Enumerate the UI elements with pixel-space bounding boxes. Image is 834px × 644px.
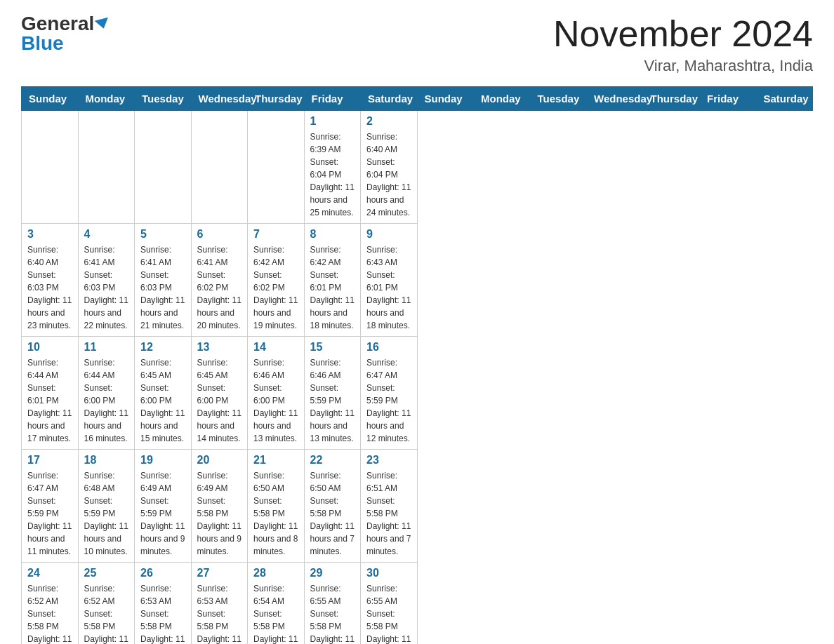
day-number: 19 (140, 454, 185, 467)
day-info: Sunrise: 6:54 AMSunset: 5:58 PMDaylight:… (253, 582, 298, 644)
calendar-cell: 16Sunrise: 6:47 AMSunset: 5:59 PMDayligh… (361, 337, 418, 450)
day-info: Sunrise: 6:52 AMSunset: 5:58 PMDaylight:… (84, 582, 129, 644)
day-number: 3 (27, 228, 72, 241)
day-number: 20 (197, 454, 242, 467)
header-friday: Friday (304, 87, 361, 111)
logo-triangle-icon (95, 18, 111, 31)
calendar-cell: 29Sunrise: 6:55 AMSunset: 5:58 PMDayligh… (304, 563, 361, 644)
header-sunday: Sunday (22, 87, 79, 111)
logo: General Blue (21, 14, 110, 53)
calendar-cell: 10Sunrise: 6:44 AMSunset: 6:01 PMDayligh… (22, 337, 79, 450)
calendar-cell (135, 111, 192, 224)
calendar-cell: 13Sunrise: 6:45 AMSunset: 6:00 PMDayligh… (191, 337, 248, 450)
calendar-cell (22, 111, 79, 224)
day-info: Sunrise: 6:55 AMSunset: 5:58 PMDaylight:… (366, 582, 411, 644)
day-info: Sunrise: 6:46 AMSunset: 6:00 PMDaylight:… (253, 356, 298, 445)
day-info: Sunrise: 6:49 AMSunset: 5:58 PMDaylight:… (197, 469, 242, 558)
calendar-cell: 8Sunrise: 6:42 AMSunset: 6:01 PMDaylight… (304, 224, 361, 337)
calendar-cell (191, 111, 248, 224)
calendar-header-row: SundayMondayTuesdayWednesdayThursdayFrid… (22, 87, 813, 111)
day-info: Sunrise: 6:41 AMSunset: 6:03 PMDaylight:… (140, 243, 185, 332)
day-number: 15 (310, 341, 355, 354)
day-number: 16 (366, 341, 411, 354)
day-info: Sunrise: 6:39 AMSunset: 6:04 PMDaylight:… (310, 130, 355, 219)
day-number: 8 (310, 228, 355, 241)
day-info: Sunrise: 6:47 AMSunset: 5:59 PMDaylight:… (366, 356, 411, 445)
day-info: Sunrise: 6:42 AMSunset: 6:02 PMDaylight:… (253, 243, 298, 332)
day-number: 5 (140, 228, 185, 241)
col-header-thursday: Thursday (643, 87, 700, 111)
calendar-cell: 28Sunrise: 6:54 AMSunset: 5:58 PMDayligh… (248, 563, 305, 644)
calendar-cell: 19Sunrise: 6:49 AMSunset: 5:59 PMDayligh… (135, 450, 192, 563)
col-header-monday: Monday (474, 87, 531, 111)
title-section: November 2024 Virar, Maharashtra, India (553, 14, 813, 75)
logo-general-text: General (21, 14, 94, 34)
day-number: 4 (84, 228, 129, 241)
day-number: 10 (27, 341, 72, 354)
calendar-cell: 18Sunrise: 6:48 AMSunset: 5:59 PMDayligh… (78, 450, 135, 563)
calendar-cell: 14Sunrise: 6:46 AMSunset: 6:00 PMDayligh… (248, 337, 305, 450)
calendar-cell (248, 111, 305, 224)
calendar-cell: 4Sunrise: 6:41 AMSunset: 6:03 PMDaylight… (78, 224, 135, 337)
day-info: Sunrise: 6:53 AMSunset: 5:58 PMDaylight:… (140, 582, 185, 644)
day-number: 30 (366, 567, 411, 579)
calendar-cell: 23Sunrise: 6:51 AMSunset: 5:58 PMDayligh… (361, 450, 418, 563)
calendar-cell: 30Sunrise: 6:55 AMSunset: 5:58 PMDayligh… (361, 563, 418, 644)
page-header: General Blue November 2024 Virar, Mahara… (21, 14, 813, 75)
calendar-cell: 11Sunrise: 6:44 AMSunset: 6:00 PMDayligh… (78, 337, 135, 450)
day-info: Sunrise: 6:52 AMSunset: 5:58 PMDaylight:… (27, 582, 72, 644)
day-info: Sunrise: 6:41 AMSunset: 6:03 PMDaylight:… (84, 243, 129, 332)
calendar-cell: 17Sunrise: 6:47 AMSunset: 5:59 PMDayligh… (22, 450, 79, 563)
day-number: 7 (253, 228, 298, 241)
day-info: Sunrise: 6:40 AMSunset: 6:04 PMDaylight:… (366, 130, 411, 219)
day-number: 9 (366, 228, 411, 241)
day-number: 2 (366, 115, 411, 128)
calendar-week-5: 24Sunrise: 6:52 AMSunset: 5:58 PMDayligh… (22, 563, 813, 644)
month-title: November 2024 (553, 14, 813, 54)
day-number: 12 (140, 341, 185, 354)
day-number: 18 (84, 454, 129, 467)
day-number: 11 (84, 341, 129, 354)
calendar-cell: 5Sunrise: 6:41 AMSunset: 6:03 PMDaylight… (135, 224, 192, 337)
day-info: Sunrise: 6:51 AMSunset: 5:58 PMDaylight:… (366, 469, 411, 558)
col-header-friday: Friday (700, 87, 757, 111)
day-number: 22 (310, 454, 355, 467)
calendar-cell: 25Sunrise: 6:52 AMSunset: 5:58 PMDayligh… (78, 563, 135, 644)
logo-blue-text: Blue (21, 34, 64, 53)
calendar-week-3: 10Sunrise: 6:44 AMSunset: 6:01 PMDayligh… (22, 337, 813, 450)
calendar-cell: 21Sunrise: 6:50 AMSunset: 5:58 PMDayligh… (248, 450, 305, 563)
calendar-cell: 9Sunrise: 6:43 AMSunset: 6:01 PMDaylight… (361, 224, 418, 337)
col-header-saturday: Saturday (756, 87, 813, 111)
calendar-week-2: 3Sunrise: 6:40 AMSunset: 6:03 PMDaylight… (22, 224, 813, 337)
day-info: Sunrise: 6:47 AMSunset: 5:59 PMDaylight:… (27, 469, 72, 558)
calendar-table: SundayMondayTuesdayWednesdayThursdayFrid… (21, 86, 813, 644)
calendar-cell: 12Sunrise: 6:45 AMSunset: 6:00 PMDayligh… (135, 337, 192, 450)
col-header-sunday: Sunday (417, 87, 474, 111)
calendar-cell: 24Sunrise: 6:52 AMSunset: 5:58 PMDayligh… (22, 563, 79, 644)
day-info: Sunrise: 6:41 AMSunset: 6:02 PMDaylight:… (197, 243, 242, 332)
calendar-week-4: 17Sunrise: 6:47 AMSunset: 5:59 PMDayligh… (22, 450, 813, 563)
day-info: Sunrise: 6:43 AMSunset: 6:01 PMDaylight:… (366, 243, 411, 332)
calendar-cell: 27Sunrise: 6:53 AMSunset: 5:58 PMDayligh… (191, 563, 248, 644)
calendar-cell: 6Sunrise: 6:41 AMSunset: 6:02 PMDaylight… (191, 224, 248, 337)
calendar-week-1: 1Sunrise: 6:39 AMSunset: 6:04 PMDaylight… (22, 111, 813, 224)
day-info: Sunrise: 6:55 AMSunset: 5:58 PMDaylight:… (310, 582, 355, 644)
header-saturday: Saturday (361, 87, 418, 111)
calendar-cell: 20Sunrise: 6:49 AMSunset: 5:58 PMDayligh… (191, 450, 248, 563)
header-monday: Monday (78, 87, 135, 111)
day-info: Sunrise: 6:45 AMSunset: 6:00 PMDaylight:… (197, 356, 242, 445)
col-header-tuesday: Tuesday (530, 87, 587, 111)
day-info: Sunrise: 6:50 AMSunset: 5:58 PMDaylight:… (310, 469, 355, 558)
day-info: Sunrise: 6:42 AMSunset: 6:01 PMDaylight:… (310, 243, 355, 332)
day-number: 14 (253, 341, 298, 354)
day-number: 27 (197, 567, 242, 579)
day-number: 25 (84, 567, 129, 579)
day-number: 6 (197, 228, 242, 241)
calendar-cell (78, 111, 135, 224)
calendar-cell: 2Sunrise: 6:40 AMSunset: 6:04 PMDaylight… (361, 111, 418, 224)
calendar-cell: 3Sunrise: 6:40 AMSunset: 6:03 PMDaylight… (22, 224, 79, 337)
header-thursday: Thursday (248, 87, 305, 111)
day-number: 28 (253, 567, 298, 579)
day-number: 1 (310, 115, 355, 128)
calendar-cell: 7Sunrise: 6:42 AMSunset: 6:02 PMDaylight… (248, 224, 305, 337)
